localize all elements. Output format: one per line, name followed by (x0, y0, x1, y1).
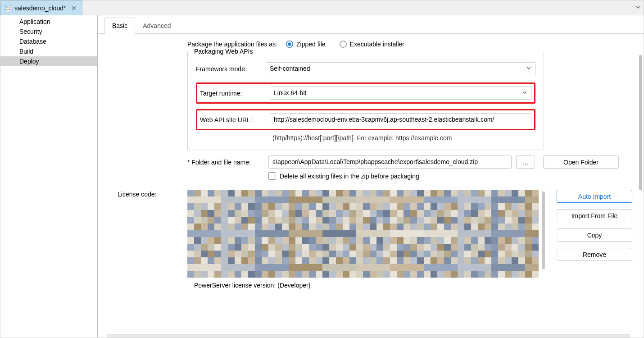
close-icon[interactable]: ✕ (70, 5, 77, 12)
tab-basic[interactable]: Basic (104, 18, 135, 34)
folder-input[interactable]: s\appeon\AppData\Local\Temp\pbappscache\… (268, 155, 512, 169)
remove-button[interactable]: Remove (557, 248, 632, 261)
copy-button[interactable]: Copy (557, 228, 632, 242)
property-body: Package the application files as: Zipped… (98, 34, 644, 338)
document-tab-title: salesdemo_cloud* (14, 5, 66, 12)
package-row: Package the application files as: Zipped… (187, 40, 635, 48)
folder-row: * Folder and file name: s\appeon\AppData… (187, 155, 635, 169)
framework-label: Framework mode: (196, 65, 266, 73)
svg-point-6 (288, 42, 291, 46)
browse-button[interactable]: ... (516, 155, 535, 169)
webapi-url-highlight: Web API site URL: http://salesdemocloud-… (196, 109, 535, 130)
radio-installer[interactable]: Executable installer (339, 40, 404, 48)
sidebar-item-security[interactable]: Security (0, 27, 97, 37)
url-hint: (http/https)://host[:port][/path]. For e… (272, 134, 535, 142)
chevron-down-icon (526, 63, 531, 75)
delete-existing-label: Delete all existing files in the zip bef… (280, 173, 419, 180)
fieldset-legend: Packaging Web APIs (192, 48, 254, 55)
license-scrollbar[interactable] (541, 190, 545, 275)
property-tabs: Basic Advanced (98, 16, 644, 34)
license-label: License code: (118, 190, 187, 198)
license-row: License code: Auto Import Import From Fi… (106, 190, 635, 275)
package-label: Package the application files as: (187, 41, 277, 48)
sidebar-item-build[interactable]: Build (0, 46, 97, 56)
tab-advanced[interactable]: Advanced (135, 18, 178, 34)
sidebar-item-deploy[interactable]: Deploy (0, 56, 97, 66)
license-buttons: Auto Import Import From File Copy Remove (557, 190, 632, 261)
auto-import-button[interactable]: Auto Import (557, 190, 632, 203)
license-textarea[interactable] (187, 190, 539, 275)
url-label: Web API site URL: (200, 116, 270, 123)
open-folder-button[interactable]: Open Folder (543, 155, 619, 169)
sidebar-item-application[interactable]: Application (0, 17, 97, 27)
main-panel: Basic Advanced Package the application f… (98, 15, 644, 338)
document-tab[interactable]: salesdemo_cloud* ✕ (0, 0, 82, 15)
import-from-file-button[interactable]: Import From File (557, 209, 632, 222)
radio-unselected-icon (339, 40, 347, 48)
runtime-label: Target runtime: (200, 90, 270, 97)
sidebar: Application Security Database Build Depl… (0, 15, 98, 338)
svg-point-1 (6, 6, 8, 8)
packaging-webapis-fieldset: Packaging Web APIs Framework mode: Self-… (187, 52, 544, 150)
svg-rect-0 (5, 5, 11, 11)
window: salesdemo_cloud* ✕ Application Security … (0, 0, 644, 338)
license-version: PowerServer license version: (Developer) (194, 282, 635, 289)
framework-row: Framework mode: Self-contained (196, 62, 535, 75)
main-scrollbar[interactable] (639, 55, 643, 280)
tabstrip-menu-icon[interactable] (635, 4, 641, 11)
folder-label: * Folder and file name: (187, 159, 268, 166)
target-runtime-highlight: Target runtime: Linux 64-bit (196, 82, 535, 104)
svg-point-3 (6, 9, 8, 10)
framework-select[interactable]: Self-contained (266, 62, 535, 75)
svg-point-2 (9, 6, 10, 8)
project-icon (5, 5, 12, 12)
delete-existing-row: Delete all existing files in the zip bef… (268, 172, 635, 180)
delete-existing-checkbox[interactable] (268, 172, 276, 180)
runtime-select[interactable]: Linux 64-bit (270, 87, 531, 100)
sidebar-item-database[interactable]: Database (0, 37, 97, 46)
chevron-down-icon (522, 87, 527, 99)
content-area: Application Security Database Build Depl… (0, 15, 644, 338)
svg-point-4 (9, 9, 10, 10)
document-tabstrip: salesdemo_cloud* ✕ (0, 0, 644, 15)
radio-selected-icon (286, 40, 294, 48)
url-input[interactable]: http://salesdemocloud-env.eba-3capmv6j.a… (270, 113, 531, 126)
splitter[interactable] (107, 334, 630, 338)
svg-point-7 (340, 41, 346, 47)
radio-zipped[interactable]: Zipped file (286, 40, 326, 48)
